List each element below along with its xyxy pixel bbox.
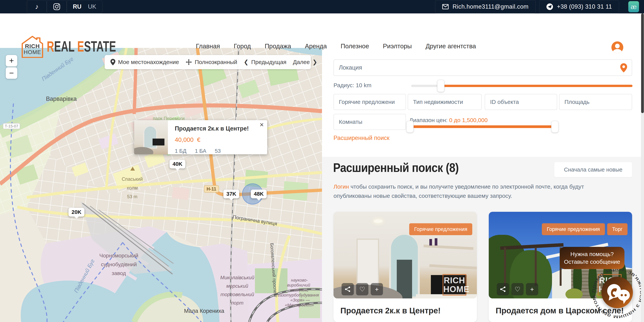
- filter-area[interactable]: Площадь: [559, 94, 632, 110]
- price-max-handle[interactable]: [551, 121, 558, 133]
- nav-sale[interactable]: Продажа: [265, 42, 291, 50]
- logo-name: REAL ESTATE: [47, 38, 116, 55]
- property-title-1[interactable]: Продается 2к.к в Центре!: [340, 306, 441, 315]
- logo[interactable]: RICH HOME REAL ESTATE: [21, 35, 143, 58]
- nav-rent[interactable]: Аренда: [305, 42, 327, 50]
- map-label-varvarivka: Варварівка: [46, 96, 77, 102]
- share-icon: [500, 286, 506, 292]
- popup-close-button[interactable]: ×: [260, 121, 264, 128]
- map-shipyard-label3: завод: [112, 270, 126, 276]
- popup-baths: 1 БА: [195, 148, 206, 154]
- instagram-button[interactable]: [47, 0, 67, 14]
- lang-uk[interactable]: UK: [88, 3, 96, 10]
- page-scrollbar[interactable]: [641, 14, 644, 322]
- map-zoom-out-button[interactable]: −: [6, 67, 17, 79]
- login-paragraph: Логин чтобы сохранить поиск, и вы получи…: [334, 182, 617, 200]
- radius-slider-handle[interactable]: [437, 80, 444, 92]
- favorite-button[interactable]: ♡: [356, 283, 368, 295]
- compare-button[interactable]: +: [526, 283, 538, 295]
- price-range-bar[interactable]: [412, 125, 552, 128]
- photo-watermark: RICH HOME: [442, 274, 466, 296]
- map-zoom-in-button[interactable]: +: [6, 55, 17, 66]
- nav-useful[interactable]: Полезное: [340, 42, 369, 50]
- share-button[interactable]: [342, 283, 354, 295]
- location-pin-icon[interactable]: [620, 63, 627, 72]
- results-heading: Расширенный поиск (8): [333, 160, 459, 175]
- prev-page-button[interactable]: ❮ Предыдущая: [244, 59, 286, 65]
- chat-button[interactable]: [602, 277, 633, 308]
- fullscreen-button[interactable]: Полноэкранный: [186, 59, 237, 65]
- map-area[interactable]: Варварівка Т-15-07 Спаський холм 53 m Н-…: [0, 48, 322, 322]
- map-label-hill: Спаський: [122, 176, 143, 182]
- map-listing-popup[interactable]: Продается 2к.к в Центре! 40,000 € 1 БД 1…: [134, 120, 267, 154]
- tiktok-button[interactable]: ♪: [27, 0, 47, 14]
- login-link[interactable]: Логин: [334, 184, 349, 190]
- advanced-search-link[interactable]: Расширенный поиск: [334, 134, 390, 142]
- chat-tooltip-line2: Оставьте сообщение: [564, 258, 620, 265]
- property-photo-1[interactable]: Горячие предложения RICH HOME ♡: [334, 212, 477, 298]
- user-icon: [615, 44, 620, 48]
- scrollbar-thumb[interactable]: [641, 14, 644, 113]
- sort-dropdown[interactable]: Сначала самые новые: [554, 162, 632, 177]
- email-link[interactable]: Rich.home3111@gmail.com: [435, 0, 536, 14]
- nav-realtors[interactable]: Риэлторы: [383, 42, 412, 50]
- envelope-icon: [442, 4, 449, 10]
- popup-beds: 1 БД: [175, 148, 186, 154]
- my-location-button[interactable]: Мое местонахождение: [110, 59, 179, 65]
- popup-title[interactable]: Продается 2к.к в Центре!: [175, 125, 262, 132]
- tiktok-icon: ♪: [35, 3, 38, 11]
- price-marker-48k[interactable]: 48K: [251, 190, 266, 198]
- map-plant-label4: газотурбобудування: [278, 293, 319, 298]
- filter-property-type[interactable]: Тип недвижимости: [408, 94, 482, 110]
- popup-photo: [134, 120, 168, 154]
- hot-offer-badge: Горячие предложения: [542, 223, 605, 235]
- next-page-button[interactable]: Далее ❯: [293, 59, 317, 65]
- logo-rich: RICH: [21, 43, 44, 50]
- favorite-button[interactable]: ♡: [511, 283, 524, 295]
- logo-house-icon: RICH HOME: [21, 35, 44, 58]
- map-korenykha-label: Мала Корениха: [184, 308, 224, 314]
- map-plant-label6: «Машпроект»: [285, 303, 314, 308]
- nav-home[interactable]: Главная: [196, 42, 220, 50]
- map-label-hill-elev: 53 m: [127, 194, 137, 199]
- price-marker-37k[interactable]: 37K: [223, 190, 239, 198]
- plus-icon: +: [375, 286, 379, 293]
- map-plant-label5: «Зоря» —: [290, 298, 310, 303]
- phone-text: +38 (093) 310 31 11: [557, 3, 612, 10]
- phone-link[interactable]: +38 (093) 310 31 11: [539, 0, 619, 14]
- nav-agencies[interactable]: Другие агентства: [426, 42, 476, 50]
- radius-track-right[interactable]: [441, 85, 632, 87]
- topbar: ♪ RU UK Rich.home3111@gmail.com: [0, 0, 644, 14]
- location-field: [334, 60, 632, 76]
- popup-stats: 1 БД 1 БА 53: [175, 148, 262, 154]
- filter-object-id[interactable]: ID объекта: [485, 94, 557, 110]
- share-button[interactable]: [497, 283, 509, 295]
- logo-home: HOME: [21, 49, 44, 56]
- nav-city[interactable]: Город: [234, 42, 251, 50]
- popup-area: 53: [215, 148, 221, 154]
- map-shipyard-label: Чорноморський: [99, 252, 138, 259]
- map-port-label4: порт: [231, 300, 244, 306]
- price-marker-20k[interactable]: 20K: [68, 208, 84, 216]
- compare-button[interactable]: +: [371, 283, 383, 295]
- map-plant-label: науково-: [291, 278, 308, 283]
- instagram-icon: [53, 3, 60, 10]
- topbar-contacts: Rich.home3111@gmail.com +38 (093) 310 31…: [435, 0, 619, 14]
- map-port-label3: торговельний: [220, 292, 254, 298]
- price-range-label: Диапазон цен: 0 до 1,500,000: [409, 117, 488, 124]
- bargain-badge: Торг: [607, 223, 628, 235]
- chat-tooltip[interactable]: Нужна помощь? Оставьте сообщение: [560, 247, 624, 269]
- account-button[interactable]: [612, 42, 623, 53]
- page: ♪ RU UK Rich.home3111@gmail.com: [0, 0, 644, 322]
- radius-track-left[interactable]: [411, 85, 441, 87]
- filter-rooms[interactable]: Комнаты: [334, 114, 406, 130]
- lang-ru[interactable]: RU: [73, 3, 82, 10]
- browser-extension-badge[interactable]: æ: [628, 1, 639, 12]
- hot-offer-badge: Горячие предложения: [409, 223, 472, 235]
- property-card-1[interactable]: Горячие предложения RICH HOME ♡: [334, 212, 477, 322]
- price-marker-40k[interactable]: 40K: [170, 160, 185, 168]
- location-input[interactable]: [339, 60, 615, 76]
- price-min-handle[interactable]: [406, 121, 414, 133]
- filter-hot-offers[interactable]: Горячие предложени: [334, 94, 406, 110]
- radius-label: Радиус: 10 km: [334, 82, 372, 88]
